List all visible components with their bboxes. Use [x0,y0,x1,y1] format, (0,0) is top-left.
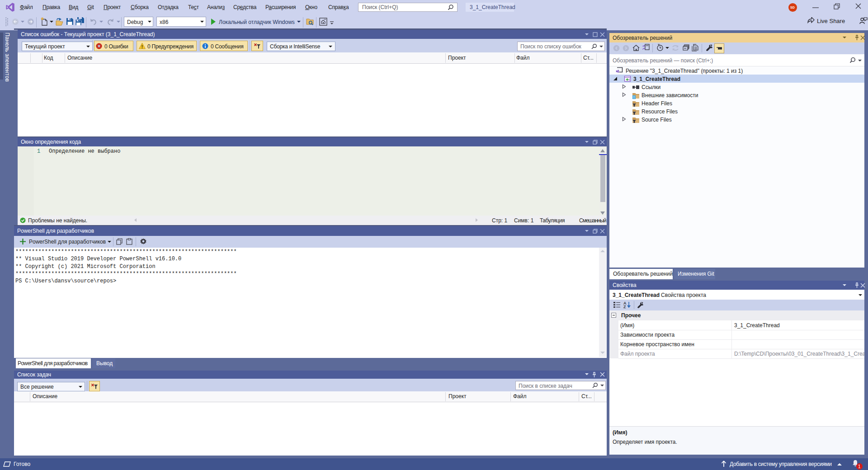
svg-text:Z: Z [623,305,626,309]
